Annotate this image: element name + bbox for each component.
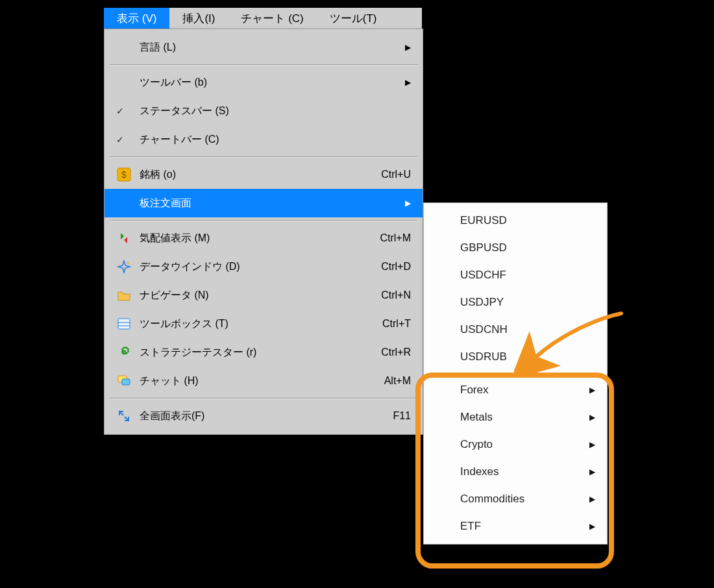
submenu-group-label: Forex — [460, 384, 488, 397]
submenu-arrow-icon: ▶ — [397, 199, 411, 208]
menuitem-navigator-label: ナビゲータ (N) — [140, 289, 365, 302]
checkmark-icon: ✓ — [116, 106, 140, 116]
menuitem-language-label: 言語 (L) — [140, 41, 397, 55]
dollar-icon: $ — [116, 167, 140, 182]
separator — [110, 156, 417, 158]
menuitem-navigator-shortcut: Ctrl+N — [365, 289, 411, 301]
submenu-arrow-icon: ▶ — [589, 386, 595, 395]
menuitem-marketwatch-shortcut: Ctrl+M — [365, 232, 411, 244]
fullscreen-icon — [116, 409, 140, 423]
menuitem-fullscreen[interactable]: 全画面表示(F) F11 — [105, 402, 423, 430]
submenu-group-label: Crypto — [460, 438, 493, 451]
checkmark-icon: ✓ — [116, 134, 140, 145]
menuitem-chartbar[interactable]: ✓ チャートバー (C) — [105, 125, 423, 154]
menuitem-chartbar-label: チャートバー (C) — [140, 133, 397, 147]
submenu-group-etf[interactable]: ETF ▶ — [424, 513, 607, 540]
submenu-group-label: Indexes — [460, 465, 499, 478]
separator — [430, 373, 600, 374]
submenu-arrow-icon: ▶ — [397, 43, 411, 52]
submenu-group-metals[interactable]: Metals ▶ — [424, 404, 607, 431]
menu-insert-label: 挿入(I) — [182, 11, 215, 26]
menubar: 表示 (V) 挿入(I) チャート (C) ツール(T) — [104, 8, 422, 30]
submenu-arrow-icon: ▶ — [589, 467, 595, 476]
menuitem-toolbar-label: ツールバー (b) — [140, 76, 397, 90]
menuitem-fullscreen-label: 全画面表示(F) — [140, 410, 365, 423]
submenu-pair-usdcnh[interactable]: USDCNH — [424, 316, 607, 343]
menu-tools-label: ツール(T) — [330, 11, 377, 26]
submenu-group-label: Commodities — [460, 493, 524, 506]
submenu-arrow-icon: ▶ — [397, 78, 411, 87]
menuitem-toolbar[interactable]: ツールバー (b) ▶ — [105, 68, 423, 97]
submenu-group-label: Metals — [460, 411, 493, 424]
separator — [110, 398, 417, 399]
submenu-pair-eurusd[interactable]: EURUSD — [424, 207, 607, 234]
submenu-pair-label: EURUSD — [460, 214, 507, 227]
toolbox-icon — [116, 317, 140, 331]
menuitem-navigator[interactable]: ナビゲータ (N) Ctrl+N — [105, 281, 423, 310]
submenu-arrow-icon: ▶ — [589, 495, 595, 504]
submenu-arrow-icon: ▶ — [589, 522, 595, 531]
view-dropdown: 言語 (L) ▶ ツールバー (b) ▶ ✓ ステータスバー (S) ✓ チャー… — [104, 29, 423, 435]
menuitem-symbols-shortcut: Ctrl+U — [365, 169, 411, 180]
submenu-pair-usdjpy[interactable]: USDJPY — [424, 289, 607, 316]
menuitem-chat-shortcut: Alt+M — [365, 375, 411, 387]
submenu-pair-label: USDCHF — [460, 269, 506, 282]
submenu-pair-usdrub[interactable]: USDRUB — [424, 343, 607, 371]
submenu-group-crypto[interactable]: Crypto ▶ — [424, 431, 607, 458]
sparkle-icon — [116, 260, 140, 274]
menu-view[interactable]: 表示 (V) — [104, 8, 169, 29]
submenu-pair-label: USDRUB — [460, 350, 507, 363]
menuitem-toolbox-shortcut: Ctrl+T — [365, 318, 411, 330]
gear-icon — [116, 345, 140, 360]
submenu-group-indexes[interactable]: Indexes ▶ — [424, 458, 607, 485]
menuitem-marketwatch[interactable]: 気配値表示 (M) Ctrl+M — [105, 224, 423, 252]
menuitem-fullscreen-shortcut: F11 — [365, 410, 411, 422]
submenu-pair-label: GBPUSD — [460, 241, 507, 254]
chat-icon — [116, 374, 140, 388]
svg-rect-5 — [118, 319, 130, 329]
svg-point-4 — [127, 262, 129, 264]
submenu-pair-label: USDJPY — [460, 296, 504, 309]
menuitem-language[interactable]: 言語 (L) ▶ — [105, 33, 423, 62]
menu-chart-label: チャート (C) — [241, 11, 303, 26]
submenu-arrow-icon: ▶ — [589, 440, 595, 449]
menu-chart[interactable]: チャート (C) — [228, 8, 316, 29]
submenu-pair-gbpusd[interactable]: GBPUSD — [424, 234, 607, 262]
menuitem-chat-label: チャット (H) — [140, 374, 365, 388]
marketwatch-icon — [116, 231, 140, 245]
separator — [110, 220, 417, 221]
folder-icon — [116, 288, 140, 302]
menuitem-dom[interactable]: 板注文画面 ▶ — [105, 189, 423, 217]
menuitem-statusbar-label: ステータスバー (S) — [140, 104, 397, 118]
menu-view-label: 表示 (V) — [117, 11, 156, 26]
menuitem-toolbox[interactable]: ツールボックス (T) Ctrl+T — [105, 310, 423, 338]
menuitem-statusbar[interactable]: ✓ ステータスバー (S) — [105, 97, 423, 125]
svg-text:$: $ — [121, 169, 127, 180]
submenu-pair-usdchf[interactable]: USDCHF — [424, 262, 607, 289]
menuitem-tester-label: ストラテジーテスター (r) — [140, 346, 365, 360]
dom-submenu: EURUSD GBPUSD USDCHF USDJPY USDCNH USDRU… — [423, 202, 608, 545]
menu-insert[interactable]: 挿入(I) — [169, 8, 228, 29]
menuitem-dom-label: 板注文画面 — [140, 197, 397, 210]
menuitem-toolbox-label: ツールボックス (T) — [140, 317, 365, 331]
menuitem-tester[interactable]: ストラテジーテスター (r) Ctrl+R — [105, 338, 423, 367]
menuitem-datawindow[interactable]: データウインドウ (D) Ctrl+D — [105, 252, 423, 281]
submenu-pair-label: USDCNH — [460, 323, 508, 336]
submenu-group-commodities[interactable]: Commodities ▶ — [424, 485, 607, 513]
svg-marker-2 — [121, 233, 124, 239]
menu-tools[interactable]: ツール(T) — [317, 8, 390, 29]
submenu-arrow-icon: ▶ — [589, 413, 595, 422]
menuitem-datawindow-shortcut: Ctrl+D — [365, 261, 411, 273]
svg-marker-3 — [124, 237, 127, 243]
svg-rect-10 — [122, 379, 130, 385]
submenu-group-label: ETF — [460, 520, 481, 533]
menuitem-marketwatch-label: 気配値表示 (M) — [140, 232, 365, 245]
submenu-group-forex[interactable]: Forex ▶ — [424, 376, 607, 404]
menuitem-symbols-label: 銘柄 (o) — [140, 168, 365, 182]
menuitem-chat[interactable]: チャット (H) Alt+M — [105, 367, 423, 395]
menuitem-datawindow-label: データウインドウ (D) — [140, 260, 365, 274]
menuitem-tester-shortcut: Ctrl+R — [365, 347, 411, 358]
menuitem-symbols[interactable]: $ 銘柄 (o) Ctrl+U — [105, 160, 423, 189]
separator — [110, 64, 417, 66]
